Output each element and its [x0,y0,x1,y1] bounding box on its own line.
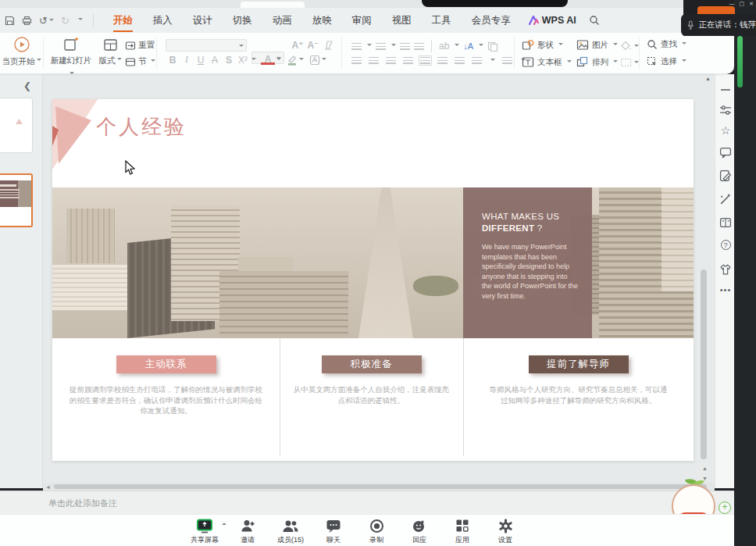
invite-button[interactable]: 邀请 [233,517,262,545]
editing-canvas[interactable]: 个人经验 WHAT MAKES US DIFFERENT ? We have m… [43,74,715,488]
edit-document-icon[interactable] [719,170,732,182]
align-left-icon[interactable] [351,57,362,64]
play-from-current[interactable]: 当页开始 [0,36,43,67]
align-right-icon[interactable] [386,57,396,64]
share-options-icon[interactable] [222,520,226,525]
column-1-button[interactable]: 主动联系 [116,355,216,373]
skin-icon[interactable] [719,263,732,276]
text-direction-icon[interactable]: ab [439,41,449,52]
column-2-button[interactable]: 积极准备 [322,355,422,373]
help-icon[interactable]: ? [719,240,732,252]
bold-icon[interactable]: B [166,55,180,66]
strikethrough-icon[interactable]: A [208,55,222,66]
font-name-select[interactable] [166,39,247,52]
slide-thumbnail-1[interactable] [0,98,33,153]
undo-icon[interactable]: ↺ [39,13,54,27]
new-slide-button[interactable]: 新建幻灯片 [48,37,94,80]
fill-icon[interactable] [620,41,632,51]
scroll-left-icon[interactable]: ◄ [45,484,51,490]
horizontal-scrollbar-thumb[interactable] [54,484,707,489]
distribute-icon[interactable] [420,57,430,64]
column-3-button[interactable]: 提前了解导师 [529,355,629,373]
slide-thumbnail-2-selected[interactable] [0,173,33,227]
apps-button[interactable]: 应用 [448,517,477,545]
tab-tools[interactable]: 工具 [422,8,462,33]
grow-font-icon[interactable]: A⁺ [291,40,305,51]
font-color-icon[interactable]: A [261,55,275,65]
columns-icon[interactable] [437,57,448,64]
select-button[interactable]: 选择 [647,56,686,67]
settings-button[interactable]: 设置 [490,517,520,545]
tab-review[interactable]: 审阅 [342,8,382,33]
paragraph-settings-icon[interactable] [502,57,512,64]
layout-button[interactable]: 版式 [94,37,127,66]
tab-design[interactable]: 设计 [183,8,223,33]
more-tools-icon[interactable]: ••• [719,285,732,298]
maximize-icon[interactable]: ▢ [740,1,745,6]
ribbon-collapse-icon[interactable]: ▲ [705,76,711,81]
qat-more-icon[interactable] [78,18,83,23]
shadow-icon[interactable]: S [222,55,236,66]
slide-title[interactable]: 个人经验 [96,113,187,141]
resource-library-icon[interactable] [719,216,732,229]
paragraph-more-icon[interactable] [472,57,482,64]
share-screen-button[interactable]: 共享屏幕 [190,517,219,545]
hero-image[interactable]: WHAT MAKES US DIFFERENT ? We have many P… [52,187,694,338]
comment-icon[interactable] [719,146,732,159]
tab-member[interactable]: 会员专享 [462,8,521,33]
highlight-icon[interactable] [287,55,298,66]
shapes-button[interactable]: 形状 [522,39,563,51]
wps-ai-tab[interactable]: WPS AI [521,15,584,26]
align-center-icon[interactable] [369,57,379,64]
tab-transition[interactable]: 切换 [223,8,262,33]
meeting-floating-pill[interactable] [422,0,568,7]
slide[interactable]: 个人经验 WHAT MAKES US DIFFERENT ? We have m… [52,99,694,461]
fit-zoom-icon[interactable]: + [719,501,731,514]
italic-icon[interactable]: I [180,54,194,66]
minimize-icon[interactable]: — [729,1,735,6]
redo-icon[interactable]: ↻ [61,15,70,27]
superscript-icon[interactable]: X² [236,55,250,66]
clear-format-icon[interactable] [323,40,334,50]
search-icon[interactable] [589,15,600,26]
tab-view[interactable]: 视图 [382,8,422,33]
tab-insert[interactable]: 插入 [143,8,183,33]
tab-home[interactable]: 开始 [103,8,143,33]
indent-marks-icon[interactable] [455,57,465,64]
collapse-panel-icon[interactable]: ❮ [23,80,31,91]
save-icon[interactable] [5,16,15,26]
document-tab[interactable] [241,2,305,8]
favorites-icon[interactable]: ☆ [719,124,732,137]
outdent-icon[interactable] [400,43,410,50]
reset-button[interactable]: 重置 [125,40,155,51]
align-justify-icon[interactable] [403,57,413,64]
bullet-list-icon[interactable] [351,43,362,50]
chat-button[interactable]: 聊天 [319,517,348,545]
record-button[interactable]: 录制 [362,517,391,545]
tab-animation[interactable]: 动画 [262,8,302,33]
find-button[interactable]: 查找 [647,39,686,50]
close-icon[interactable]: ✕ [749,1,754,6]
tab-slideshow[interactable]: 放映 [302,8,342,33]
text-tool-icon[interactable] [309,55,320,66]
section-button[interactable]: 节 [125,56,155,67]
convert-pages-icon[interactable] [487,41,498,52]
notes-area[interactable]: 单击此处添加备注 [0,491,734,514]
properties-icon[interactable] [719,104,732,116]
indent-icon[interactable] [414,43,424,50]
magic-wand-icon[interactable] [719,193,732,205]
textbox-button[interactable]: 文本框 [522,56,572,68]
vertical-scrollbar[interactable] [701,269,707,459]
arrange-button[interactable]: 排列 [576,56,618,68]
number-list-icon[interactable] [376,43,386,50]
placeholder-icon[interactable] [620,58,632,67]
line-spacing-icon[interactable]: ↓A [463,41,473,51]
previous-slide-button[interactable]: ▲ [702,466,708,471]
reaction-button[interactable]: 回应 [405,517,434,545]
print-icon[interactable] [22,16,32,26]
picture-button[interactable]: 图片 [576,39,618,51]
shrink-font-icon[interactable]: A⁻ [306,40,320,51]
underline-icon[interactable]: U [194,55,208,66]
horizontal-scrollbar[interactable]: ◄ [43,483,715,491]
members-button[interactable]: 成员(15) [276,517,305,545]
